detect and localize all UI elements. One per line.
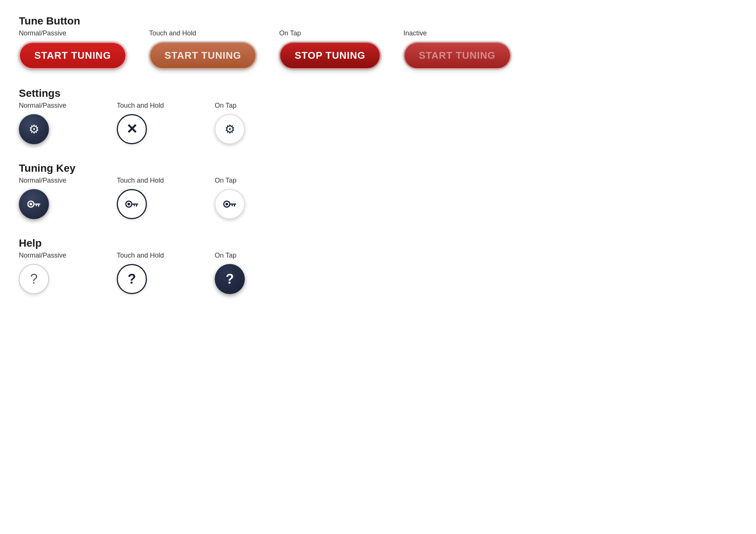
help-normal-col: Normal/Passive ? bbox=[19, 252, 94, 294]
svg-rect-2 bbox=[34, 204, 40, 205]
question-mark-icon: ? bbox=[30, 271, 38, 287]
tuning-key-states-row: Normal/Passive Touch and Hold bbox=[19, 177, 737, 219]
tune-stop-tap-button[interactable]: STOP TUNING bbox=[279, 42, 381, 69]
tune-hold-label: Touch and Hold bbox=[149, 29, 196, 37]
settings-hold-col: Touch and Hold ✕ bbox=[117, 102, 192, 144]
svg-point-6 bbox=[128, 203, 130, 206]
tuning-key-tap-button[interactable] bbox=[215, 189, 245, 219]
tune-button-title: Tune Button bbox=[19, 15, 737, 27]
tune-start-inactive-button: START TUNING bbox=[403, 42, 511, 69]
tune-button-states-row: Normal/Passive START TUNING Touch and Ho… bbox=[19, 29, 737, 69]
settings-normal-col: Normal/Passive ⚙ bbox=[19, 102, 94, 144]
settings-states-row: Normal/Passive ⚙ Touch and Hold ✕ On Tap… bbox=[19, 102, 737, 144]
svg-rect-8 bbox=[136, 205, 137, 207]
help-tap-col: On Tap ? bbox=[215, 252, 290, 294]
settings-normal-label: Normal/Passive bbox=[19, 102, 66, 110]
gear-icon: ⚙ bbox=[29, 122, 40, 136]
question-mark-tap-icon: ? bbox=[226, 271, 234, 287]
settings-title: Settings bbox=[19, 87, 737, 99]
tuning-key-hold-button[interactable] bbox=[117, 189, 147, 219]
help-hold-col: Touch and Hold ? bbox=[117, 252, 192, 294]
settings-section: Settings Normal/Passive ⚙ Touch and Hold… bbox=[19, 87, 737, 144]
help-normal-label: Normal/Passive bbox=[19, 252, 66, 259]
settings-hold-button[interactable]: ✕ bbox=[117, 114, 147, 144]
settings-normal-button[interactable]: ⚙ bbox=[19, 114, 49, 144]
gear-tap-icon: ⚙ bbox=[225, 122, 235, 136]
tune-tap-label: On Tap bbox=[279, 29, 301, 37]
help-tap-label: On Tap bbox=[215, 252, 237, 259]
svg-rect-3 bbox=[38, 205, 39, 207]
tune-normal-col: Normal/Passive START TUNING bbox=[19, 29, 127, 69]
tune-inactive-label: Inactive bbox=[403, 29, 427, 37]
settings-hold-label: Touch and Hold bbox=[117, 102, 164, 110]
svg-point-1 bbox=[30, 203, 32, 206]
help-section: Help Normal/Passive ? Touch and Hold ? O… bbox=[19, 237, 737, 294]
settings-tap-button[interactable]: ⚙ bbox=[215, 114, 245, 144]
settings-tap-label: On Tap bbox=[215, 102, 237, 110]
svg-point-11 bbox=[226, 203, 228, 206]
tune-tap-col: On Tap STOP TUNING bbox=[279, 29, 381, 69]
close-x-icon: ✕ bbox=[126, 121, 137, 137]
help-hold-label: Touch and Hold bbox=[117, 252, 164, 259]
key-hold-icon bbox=[125, 200, 139, 209]
svg-rect-14 bbox=[232, 205, 233, 206]
tuning-key-normal-label: Normal/Passive bbox=[19, 177, 66, 185]
svg-rect-4 bbox=[36, 205, 37, 206]
tuning-key-hold-label: Touch and Hold bbox=[117, 177, 164, 185]
svg-rect-7 bbox=[131, 204, 138, 205]
tune-inactive-col: Inactive START TUNING bbox=[403, 29, 511, 69]
tuning-key-hold-col: Touch and Hold bbox=[117, 177, 192, 219]
help-normal-button[interactable]: ? bbox=[19, 264, 49, 294]
tuning-key-tap-col: On Tap bbox=[215, 177, 290, 219]
key-tap-icon bbox=[223, 200, 237, 209]
svg-rect-9 bbox=[134, 205, 135, 206]
tuning-key-normal-col: Normal/Passive bbox=[19, 177, 94, 219]
tune-hold-col: Touch and Hold START TUNING bbox=[149, 29, 257, 69]
tune-start-normal-button[interactable]: START TUNING bbox=[19, 42, 127, 69]
help-tap-button[interactable]: ? bbox=[215, 264, 245, 294]
svg-rect-13 bbox=[234, 205, 235, 207]
help-hold-button[interactable]: ? bbox=[117, 264, 147, 294]
help-states-row: Normal/Passive ? Touch and Hold ? On Tap… bbox=[19, 252, 737, 294]
tune-normal-label: Normal/Passive bbox=[19, 29, 66, 37]
key-icon bbox=[27, 200, 41, 209]
tune-start-hold-button[interactable]: START TUNING bbox=[149, 42, 257, 69]
help-title: Help bbox=[19, 237, 737, 249]
settings-tap-col: On Tap ⚙ bbox=[215, 102, 290, 144]
tuning-key-section: Tuning Key Normal/Passive Touch and Hold bbox=[19, 162, 737, 219]
tuning-key-title: Tuning Key bbox=[19, 162, 737, 174]
question-mark-hold-icon: ? bbox=[128, 271, 136, 287]
tuning-key-tap-label: On Tap bbox=[215, 177, 237, 185]
tune-button-section: Tune Button Normal/Passive START TUNING … bbox=[19, 15, 737, 69]
svg-rect-12 bbox=[229, 204, 236, 205]
tuning-key-normal-button[interactable] bbox=[19, 189, 49, 219]
